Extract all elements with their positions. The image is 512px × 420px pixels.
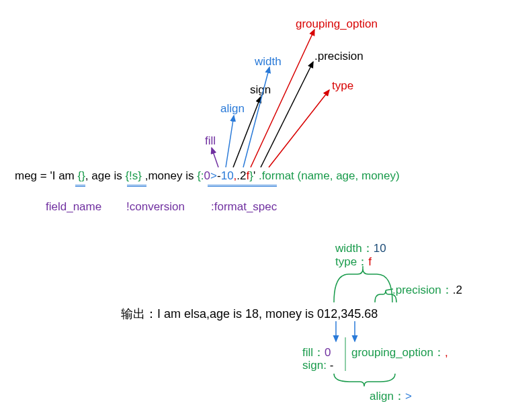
right-width-val: 10 bbox=[374, 242, 386, 255]
output-line: 输出：I am elsa,age is 18, money is 012,345… bbox=[121, 306, 378, 322]
right-type-val: f bbox=[368, 255, 372, 268]
label-sign: sign bbox=[250, 83, 271, 97]
label-precision: .precision bbox=[314, 50, 364, 63]
bottom-fill: fill：0 bbox=[302, 345, 331, 360]
underline-conversion bbox=[127, 185, 146, 187]
brace-open: {: bbox=[197, 169, 204, 182]
right-type-key: type： bbox=[335, 255, 368, 268]
spec-fill: 0 bbox=[204, 169, 210, 182]
brace-align-final bbox=[334, 374, 395, 386]
output-prefix: 输出： bbox=[121, 307, 157, 321]
bottom-grouping-key: grouping_option： bbox=[351, 346, 445, 359]
caption-format-spec: :format_spec bbox=[211, 200, 277, 214]
bottom-sign-val: - bbox=[330, 359, 334, 372]
code-format: .format bbox=[259, 169, 298, 182]
output-text: I am elsa,age is 18, money is 012,345.68 bbox=[157, 307, 378, 321]
bottom-align-key: align： bbox=[370, 390, 405, 403]
caption-field-name: field_name bbox=[46, 200, 101, 214]
right-type: type：f bbox=[335, 254, 372, 269]
label-align: align bbox=[220, 102, 245, 116]
code-line: meg = 'I am {}, age is {!s} ,money is {:… bbox=[15, 169, 400, 183]
label-width: width bbox=[255, 55, 282, 69]
code-age: , age is bbox=[85, 169, 126, 182]
bottom-sign: sign: - bbox=[302, 359, 333, 372]
brace-conversion: {!s} bbox=[125, 169, 142, 182]
right-precision: .precision：.2 bbox=[392, 282, 462, 298]
arrow-align bbox=[226, 116, 234, 167]
spec-align: > bbox=[210, 169, 217, 182]
underline-field-name bbox=[75, 185, 85, 187]
arrow-fill bbox=[212, 148, 218, 167]
arrow-precision bbox=[261, 62, 313, 167]
right-precision-key: .precision： bbox=[392, 284, 453, 296]
brace-field-name: {} bbox=[77, 169, 85, 182]
bottom-sign-key: sign: bbox=[302, 359, 330, 372]
label-type: type bbox=[332, 79, 353, 93]
bottom-align: align：> bbox=[370, 388, 412, 404]
bottom-fill-val: 0 bbox=[325, 346, 331, 359]
spec-width: 10 bbox=[221, 169, 234, 182]
label-fill: fill bbox=[205, 134, 216, 148]
code-args: (name, age, money) bbox=[298, 169, 400, 182]
bottom-grouping: grouping_option：, bbox=[351, 345, 448, 360]
code-meg: meg = 'I am bbox=[15, 169, 77, 182]
underline-format-spec bbox=[208, 185, 277, 187]
right-precision-val: .2 bbox=[453, 284, 462, 296]
caption-conversion: !conversion bbox=[126, 200, 185, 214]
code-after: ' bbox=[253, 169, 259, 182]
code-money: ,money is bbox=[142, 169, 197, 182]
bottom-grouping-val: , bbox=[445, 346, 448, 359]
label-grouping-option: grouping_option bbox=[296, 17, 378, 31]
right-width-key: width： bbox=[335, 242, 374, 255]
bottom-fill-key: fill： bbox=[302, 346, 325, 359]
arrow-type bbox=[269, 90, 329, 167]
arrow-grouping bbox=[251, 30, 314, 167]
brace-width-type bbox=[334, 269, 392, 302]
bottom-align-val: > bbox=[405, 390, 412, 403]
arrow-width bbox=[243, 67, 269, 167]
spec-prec: .2 bbox=[237, 169, 246, 182]
